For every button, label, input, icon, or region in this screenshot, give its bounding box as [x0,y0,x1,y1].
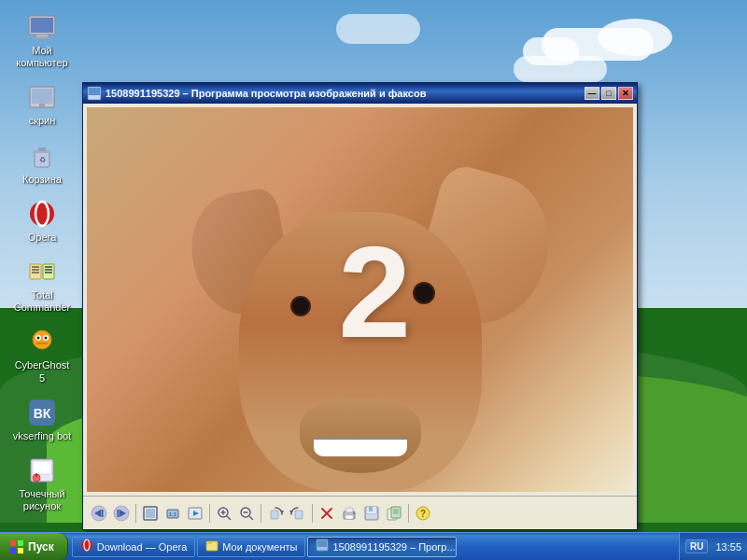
toolbar-print-button[interactable] [339,503,359,524]
svg-text:1:1: 1:1 [169,511,177,517]
svg-rect-20 [45,269,52,271]
svg-rect-79 [10,540,16,546]
toolbar-rotateccw-button[interactable] [288,503,308,524]
svg-rect-3 [34,37,50,39]
desktop-icon-screenshot[interactable]: скрин [9,79,75,130]
svg-rect-21 [45,272,52,273]
svg-rect-38 [89,95,100,99]
svg-point-83 [81,539,92,551]
dog-eye-right [413,282,435,304]
toolbar-separator-2 [209,504,210,523]
desktop-icon-my-computer[interactable]: Мой компьютер [9,9,75,72]
toolbar-bestfit-button[interactable] [140,503,161,524]
svg-text:ВК: ВК [34,406,51,421]
recycle-bin-label: Корзина [22,174,62,186]
toolbar-rotatecw-button[interactable] [265,503,286,524]
maximize-button[interactable]: □ [601,87,616,100]
desktop-icons: Мой компьютер скрин ♻ [9,9,75,515]
desktop-icon-paint[interactable]: Точечный рисунок [9,453,75,515]
start-label: Пуск [28,540,54,553]
taskbar-items: Download — Opera Мои документы 150899119… [68,533,679,560]
system-clock: 13:55 [712,541,741,553]
svg-point-26 [37,337,40,340]
screenshot-label: скрин [29,115,56,127]
toolbar-separator-1 [135,504,136,523]
desktop-icon-vk-bot[interactable]: ВК vkserfing bot [9,395,75,445]
svg-rect-71 [366,514,377,519]
toolbar-copy-button[interactable] [384,503,404,524]
start-button[interactable]: Пуск [0,533,68,561]
window-titlebar[interactable]: 1508991195329 – Программа просмотра изоб… [83,83,637,104]
svg-rect-88 [317,540,327,547]
cyberghost-label: CyberGhost 5 [12,359,72,384]
toolbar-actualsize-button[interactable]: 1:1 [162,503,183,524]
language-indicator[interactable]: RU [685,539,708,553]
close-button[interactable]: ✕ [618,87,633,100]
svg-rect-70 [369,507,373,511]
svg-rect-82 [18,548,23,553]
minimize-button[interactable]: — [585,87,599,100]
toolbar-zoomin-button[interactable] [214,503,234,524]
cloud [598,19,672,56]
svg-rect-73 [391,507,401,518]
svg-rect-9 [38,147,46,151]
toolbar-prev-button[interactable] [89,503,109,524]
total-commander-label: Total Commander [14,289,71,314]
paint-label: Точечный рисунок [19,488,64,512]
image-viewer-window: 1508991195329 – Программа просмотра изоб… [82,82,638,530]
svg-rect-41 [102,510,104,517]
imageviewer-taskbar-icon [316,539,329,554]
svg-rect-37 [89,88,100,95]
toolbar-save-button[interactable] [361,503,382,524]
svg-marker-60 [289,511,293,514]
svg-rect-65 [345,508,353,512]
recycle-bin-icon: ♻ [27,141,57,171]
opera-icon [27,199,57,229]
documents-taskbar-icon [205,539,218,554]
toolbar-delete-button[interactable] [317,503,337,524]
taskbar-item-opera[interactable]: Download — Opera [72,537,196,557]
system-tray: RU 13:55 [679,533,747,560]
svg-rect-2 [36,35,48,37]
image-number-overlay: 2 [338,217,411,368]
window-controls: — □ ✕ [585,87,633,100]
screenshot-icon [27,82,57,112]
dog-eye-left [290,296,311,316]
opera-label: Opera [28,231,57,244]
vk-bot-icon: ВК [27,398,57,427]
desktop-icon-total-commander[interactable]: Total Commander [9,254,75,316]
taskbar: Пуск Download — Opera Мои документы [0,532,747,560]
taskbar-item-opera-label: Download — Opera [97,541,188,553]
desktop-icon-opera[interactable]: Opera [9,196,75,246]
svg-point-27 [45,337,48,340]
taskbar-item-documents[interactable]: Мои документы [197,537,305,557]
desktop-icon-recycle-bin[interactable]: ♻ Корзина [9,138,75,189]
svg-point-11 [30,202,54,226]
svg-point-67 [353,512,355,514]
svg-rect-19 [45,266,52,268]
svg-rect-15 [32,266,39,268]
toolbar-slideshow-button[interactable] [185,503,205,524]
svg-rect-5 [32,89,52,104]
svg-rect-6 [39,104,45,106]
toolbar-next-button[interactable] [111,503,132,524]
taskbar-item-imageviewer[interactable]: 1508991195329 – Прогр... [307,537,457,557]
svg-rect-61 [295,511,303,519]
toolbar-zoomout-button[interactable] [236,503,257,524]
toolbar-help-button[interactable]: ? [413,503,433,524]
dog-muzzle [300,399,421,473]
svg-rect-32 [33,461,51,474]
cloud [336,14,420,44]
svg-line-56 [249,516,253,520]
svg-rect-44 [118,510,120,517]
desktop-icon-cyberghost[interactable]: CyberGhost 5 [9,324,75,386]
taskbar-item-documents-label: Мои документы [222,541,297,553]
svg-rect-17 [32,272,39,273]
dog-image: 2 [87,107,633,492]
windows-logo-icon [9,539,24,554]
window-title-icon [87,86,102,101]
svg-rect-80 [18,540,23,546]
cloud [514,56,607,82]
desktop: Мой компьютер скрин ♻ [0,0,747,560]
svg-rect-46 [146,509,155,518]
